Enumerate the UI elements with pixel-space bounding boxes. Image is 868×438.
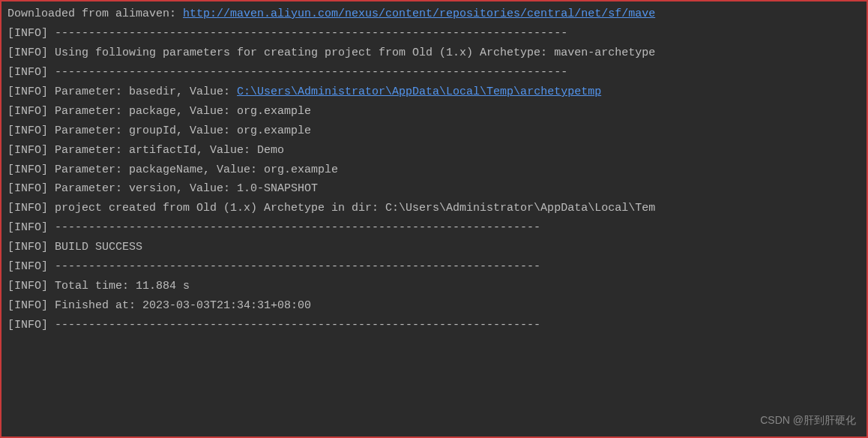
log-line: [INFO] ---------------------------------… [7,257,861,277]
log-text: ----------------------------------------… [48,66,567,79]
log-text: ----------------------------------------… [48,319,540,332]
log-text: Parameter: version, Value: 1.0-SNAPSHOT [48,182,318,195]
log-text: Using following parameters for creating … [48,46,655,59]
log-text: Parameter: artifactId, Value: Demo [48,144,284,157]
log-line: [INFO] Parameter: artifactId, Value: Dem… [7,141,861,160]
log-text: BUILD SUCCESS [48,241,142,254]
log-tag: [INFO] [7,164,48,176]
log-line: [INFO] BUILD SUCCESS [7,238,861,257]
log-text: Finished at: 2023-03-03T21:34:31+08:00 [48,299,311,312]
log-tag: [INFO] [7,260,48,273]
log-text: project created from Old (1.x) Archetype… [48,202,655,214]
terminal-output[interactable]: Downloaded from alimaven: http://maven.a… [1,2,867,338]
log-text: ----------------------------------------… [48,27,567,40]
log-tag: [INFO] [7,182,48,195]
log-line: [INFO] Parameter: basedir, Value: C:\Use… [7,82,861,102]
log-text: ----------------------------------------… [48,260,540,273]
log-tag: [INFO] [7,66,48,79]
log-tag: [INFO] [7,144,48,157]
log-line: Downloaded from alimaven: http://maven.a… [7,4,861,24]
log-line: [INFO] ---------------------------------… [7,218,861,238]
log-text: Parameter: packageName, Value: org.examp… [48,164,338,176]
log-text: ----------------------------------------… [48,221,540,234]
log-line: [INFO] project created from Old (1.x) Ar… [7,199,861,218]
log-tag: [INFO] [7,27,48,40]
log-line: [INFO] Parameter: version, Value: 1.0-SN… [7,179,861,199]
log-line: [INFO] ---------------------------------… [7,24,861,44]
log-tag: [INFO] [7,280,48,292]
log-tag: [INFO] [7,221,48,234]
log-text: Parameter: package, Value: org.example [48,105,311,118]
log-text: Total time: 11.884 s [48,280,190,292]
log-line: [INFO] ---------------------------------… [7,316,861,335]
log-text: Parameter: groupId, Value: org.example [48,124,311,137]
download-url-link[interactable]: http://maven.aliyun.com/nexus/content/re… [183,8,655,20]
log-line: [INFO] Parameter: packageName, Value: or… [7,160,861,180]
log-line: [INFO] Total time: 11.884 s [7,277,861,296]
log-tag: [INFO] [7,124,48,137]
log-line: [INFO] Finished at: 2023-03-03T21:34:31+… [7,296,861,316]
log-line: [INFO] Parameter: package, Value: org.ex… [7,102,861,122]
watermark-text: CSDN @肝到肝硬化 [760,414,856,428]
log-tag: [INFO] [7,202,48,214]
path-link[interactable]: C:\Users\Administrator\AppData\Local\Tem… [237,86,601,98]
log-line: [INFO] ---------------------------------… [7,63,861,82]
log-tag: [INFO] [7,319,48,332]
log-tag: [INFO] [7,105,48,118]
log-tag: [INFO] [7,299,48,312]
log-text: Parameter: basedir, Value: [48,86,237,98]
log-line: [INFO] Parameter: groupId, Value: org.ex… [7,122,861,141]
log-prefix: Downloaded from alimaven: [7,8,183,20]
log-tag: [INFO] [7,46,48,59]
log-tag: [INFO] [7,241,48,254]
log-tag: [INFO] [7,86,48,98]
log-line: [INFO] Using following parameters for cr… [7,44,861,63]
